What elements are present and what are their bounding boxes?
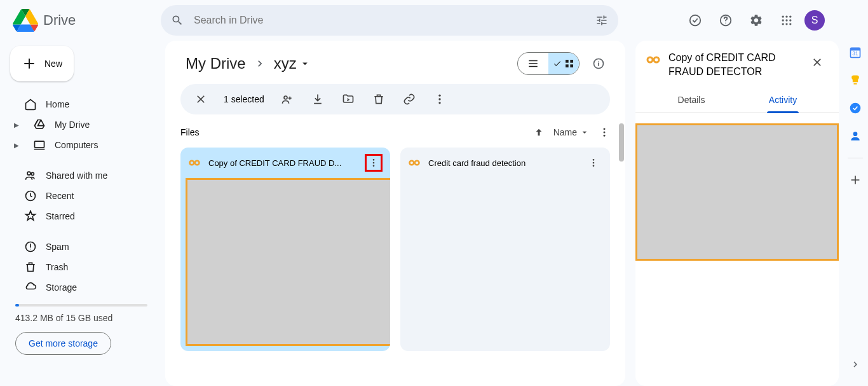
svg-point-17 xyxy=(30,249,31,249)
download-button[interactable] xyxy=(305,86,330,112)
breadcrumb-current-label: xyz xyxy=(274,55,297,72)
svg-rect-21 xyxy=(570,64,573,67)
tab-details[interactable]: Details xyxy=(646,87,737,113)
delete-button[interactable] xyxy=(366,86,391,112)
file-card[interactable]: Credit card fraud detection xyxy=(400,148,610,351)
top-actions: S xyxy=(682,8,831,33)
content-panel: My Drive xyz 1 selected xyxy=(165,41,625,386)
svg-point-39 xyxy=(593,162,595,164)
scrollbar[interactable] xyxy=(619,123,624,162)
new-label: New xyxy=(44,59,62,69)
contacts-icon[interactable] xyxy=(849,130,862,142)
nav-starred[interactable]: Starred xyxy=(8,206,155,226)
move-button[interactable] xyxy=(336,86,361,112)
svg-point-36 xyxy=(410,161,414,165)
nav-my-drive[interactable]: ▶ My Drive xyxy=(8,114,155,135)
new-button[interactable]: New xyxy=(10,46,74,81)
details-title: Copy of CREDIT CARD FRAUD DETECTOR xyxy=(668,51,798,79)
help-icon[interactable] xyxy=(713,8,738,33)
svg-point-3 xyxy=(782,16,784,18)
close-details-button[interactable] xyxy=(806,51,829,74)
selection-toolbar: 1 selected xyxy=(180,84,610,114)
sort-by-name[interactable]: Name xyxy=(553,127,590,137)
nav-label: Home xyxy=(46,99,69,109)
more-button[interactable] xyxy=(427,86,452,112)
details-tabs: Details Activity xyxy=(635,87,839,113)
svg-point-33 xyxy=(373,159,375,161)
svg-point-13 xyxy=(27,172,31,175)
grid-view-button[interactable] xyxy=(548,53,579,74)
svg-point-35 xyxy=(373,165,375,167)
share-button[interactable] xyxy=(275,86,300,112)
more-options-icon[interactable] xyxy=(599,127,610,138)
shared-icon xyxy=(24,169,37,182)
drive-logo-icon xyxy=(13,8,38,33)
svg-point-6 xyxy=(782,19,784,21)
cloud-icon xyxy=(24,281,37,294)
svg-point-23 xyxy=(598,61,599,62)
add-icon[interactable] xyxy=(849,174,862,186)
tasks-icon[interactable] xyxy=(849,102,862,114)
file-more-button[interactable] xyxy=(585,154,602,172)
chevron-right-icon: ▶ xyxy=(14,121,24,128)
breadcrumb-current[interactable]: xyz xyxy=(269,52,316,75)
view-controls xyxy=(517,52,610,75)
account-avatar[interactable]: S xyxy=(804,10,825,31)
nav-label: Spam xyxy=(46,242,69,252)
svg-point-47 xyxy=(850,103,861,114)
svg-point-29 xyxy=(604,132,606,134)
settings-icon[interactable] xyxy=(743,8,769,33)
svg-point-24 xyxy=(284,96,287,99)
top-bar: Drive S xyxy=(0,0,836,41)
nav-computers[interactable]: ▶ Computers xyxy=(8,135,155,155)
details-preview xyxy=(635,123,839,261)
svg-point-31 xyxy=(190,161,194,165)
svg-point-8 xyxy=(789,19,791,21)
colab-icon xyxy=(646,52,661,67)
list-view-button[interactable] xyxy=(518,53,548,74)
ready-offline-icon[interactable] xyxy=(682,8,708,33)
svg-point-7 xyxy=(785,19,787,21)
file-preview xyxy=(186,178,390,346)
file-card[interactable]: Copy of CREDIT CARD FRAUD D... xyxy=(180,148,390,351)
svg-point-26 xyxy=(438,98,440,100)
nav-recent[interactable]: Recent xyxy=(8,186,155,206)
home-icon xyxy=(24,98,37,111)
file-more-button[interactable] xyxy=(365,154,383,172)
svg-rect-18 xyxy=(566,60,569,63)
svg-point-14 xyxy=(31,172,34,175)
nav-primary: Home ▶ My Drive ▶ Computers xyxy=(0,92,163,155)
apps-icon[interactable] xyxy=(774,8,799,33)
get-storage-button[interactable]: Get more storage xyxy=(15,332,111,355)
nav-label: Computers xyxy=(55,140,98,150)
nav-tertiary: Spam Trash Storage xyxy=(0,234,163,298)
nav-label: Storage xyxy=(46,282,77,293)
nav-storage[interactable]: Storage xyxy=(8,277,155,298)
svg-point-30 xyxy=(604,135,606,137)
breadcrumb-root[interactable]: My Drive xyxy=(180,52,251,75)
svg-point-9 xyxy=(782,23,784,25)
link-button[interactable] xyxy=(397,86,422,112)
sort-direction-icon[interactable] xyxy=(533,127,545,138)
calendar-icon[interactable]: 31 xyxy=(849,46,862,59)
view-toggle xyxy=(517,52,580,75)
nav-shared[interactable]: Shared with me xyxy=(8,165,155,186)
tab-activity[interactable]: Activity xyxy=(737,87,829,113)
storage-text: 413.2 MB of 15 GB used xyxy=(15,313,147,323)
svg-point-38 xyxy=(593,159,595,161)
close-selection-button[interactable] xyxy=(188,86,214,112)
search-options-icon[interactable] xyxy=(595,14,608,27)
info-icon[interactable] xyxy=(587,52,610,75)
nav-home[interactable]: Home xyxy=(8,94,155,114)
sort-label: Name xyxy=(553,127,577,137)
search-bar[interactable] xyxy=(161,5,618,36)
keep-icon[interactable] xyxy=(849,74,862,86)
hide-rail-button[interactable] xyxy=(844,353,867,376)
nav-trash[interactable]: Trash xyxy=(8,257,155,277)
search-input[interactable] xyxy=(194,15,585,26)
spam-icon xyxy=(24,240,37,253)
colab-icon xyxy=(188,156,201,169)
nav-spam[interactable]: Spam xyxy=(8,237,155,257)
sort-controls: Name xyxy=(533,127,610,138)
logo-section[interactable]: Drive xyxy=(5,8,161,33)
